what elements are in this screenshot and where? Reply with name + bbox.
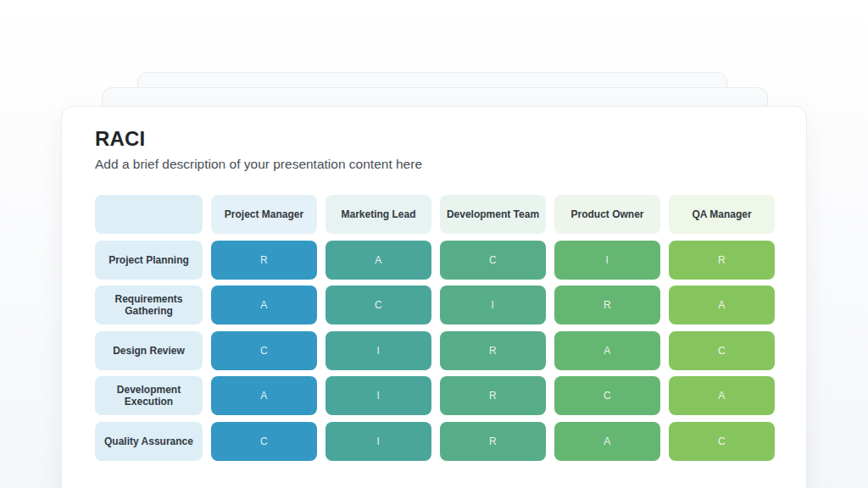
raci-cell-requirements-gathering-marketing-lead: C [326,286,431,324]
raci-cell-development-execution-development-team: R [440,376,546,415]
raci-cell-development-execution-qa-manager: A [669,376,775,415]
raci-cell-project-planning-project-manager: R [211,241,317,280]
row-header-design-review: Design Review [95,331,203,370]
column-header-development-team: Development Team [440,195,546,234]
column-header-project-manager: Project Manager [211,195,317,234]
column-header-product-owner: Product Owner [554,195,660,234]
raci-cell-project-planning-qa-manager: R [669,241,775,280]
raci-cell-requirements-gathering-qa-manager: A [669,286,775,324]
matrix-corner-cell [95,195,203,234]
column-header-qa-manager: QA Manager [669,195,775,234]
raci-cell-development-execution-product-owner: C [554,376,660,415]
slide-subtitle: Add a brief description of your presenta… [95,156,773,173]
raci-cell-quality-assurance-qa-manager: C [669,422,775,461]
row-header-quality-assurance: Quality Assurance [95,422,203,461]
slide-card: RACI Add a brief description of your pre… [61,106,807,488]
row-header-project-planning: Project Planning [95,241,203,280]
raci-cell-development-execution-marketing-lead: I [326,376,431,415]
raci-cell-project-planning-development-team: C [440,241,546,280]
row-header-development-execution: Development Execution [95,376,203,415]
raci-cell-quality-assurance-development-team: R [440,422,546,461]
raci-cell-design-review-marketing-lead: I [326,331,431,370]
raci-cell-requirements-gathering-project-manager: A [211,286,317,324]
raci-cell-requirements-gathering-development-team: I [440,286,546,324]
raci-cell-design-review-qa-manager: C [669,331,775,370]
raci-cell-design-review-project-manager: C [211,331,317,370]
page-background: RACI Add a brief description of your pre… [0,0,868,488]
raci-cell-requirements-gathering-product-owner: R [554,286,660,324]
raci-cell-quality-assurance-product-owner: A [554,422,660,461]
row-header-requirements-gathering: Requirements Gathering [95,286,203,324]
column-header-marketing-lead: Marketing Lead [326,195,431,234]
raci-cell-development-execution-project-manager: A [211,376,317,415]
raci-cell-project-planning-marketing-lead: A [326,241,431,280]
raci-cell-quality-assurance-marketing-lead: I [326,422,431,461]
raci-cell-project-planning-product-owner: I [554,241,660,280]
raci-cell-design-review-development-team: R [440,331,546,370]
slide-title: RACI [95,127,773,151]
raci-cell-quality-assurance-project-manager: C [211,422,317,461]
raci-cell-design-review-product-owner: A [554,331,660,370]
raci-matrix: Project ManagerMarketing LeadDevelopment… [95,195,773,461]
